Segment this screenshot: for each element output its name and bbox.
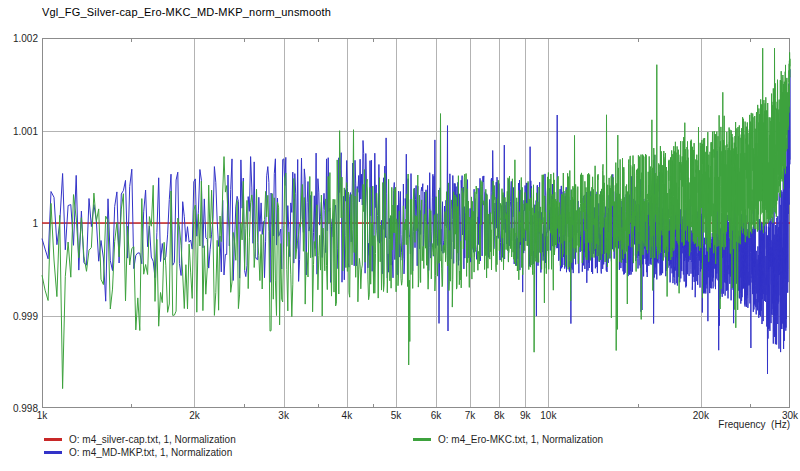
y-tick-label: 1.001 bbox=[0, 126, 38, 137]
legend-item-silver-cap: O: m4_silver-cap.txt, 1, Normalization bbox=[44, 433, 236, 445]
x-tick-label: 5k bbox=[379, 410, 413, 421]
green-line-swatch bbox=[413, 438, 431, 441]
x-tick-label: 3k bbox=[267, 410, 301, 421]
x-tick-label: 2k bbox=[177, 410, 211, 421]
frequency-response-plot bbox=[0, 0, 800, 471]
measurement-chart-window: Vgl_FG_Silver-cap_Ero-MKC_MD-MKP_norm_un… bbox=[0, 0, 800, 471]
legend-item-md-mkp: O: m4_MD-MKP.txt, 1, Normalization bbox=[44, 446, 232, 458]
x-tick-label: 20k bbox=[684, 410, 718, 421]
x-tick-label: 6k bbox=[419, 410, 453, 421]
x-axis-title: Frequency (Hz) bbox=[660, 419, 790, 430]
x-tick-label: 4k bbox=[330, 410, 364, 421]
legend-label-silver-cap: O: m4_silver-cap.txt, 1, Normalization bbox=[69, 434, 236, 445]
series-trace-2 bbox=[42, 48, 790, 388]
y-tick-label: 1 bbox=[0, 218, 38, 229]
x-tick-label: 1k bbox=[25, 410, 59, 421]
legend-item-ero-mkc: O: m4_Ero-MKC.txt, 1, Normalization bbox=[413, 433, 603, 445]
red-line-swatch bbox=[44, 438, 62, 441]
legend-label-ero-mkc: O: m4_Ero-MKC.txt, 1, Normalization bbox=[438, 434, 603, 445]
y-tick-label: 1.002 bbox=[0, 33, 38, 44]
legend-label-md-mkp: O: m4_MD-MKP.txt, 1, Normalization bbox=[69, 447, 232, 458]
blue-line-swatch bbox=[44, 451, 62, 454]
x-tick-label: 10k bbox=[531, 410, 565, 421]
x-tick-label: 30k bbox=[773, 410, 800, 421]
y-tick-label: 0.999 bbox=[0, 311, 38, 322]
